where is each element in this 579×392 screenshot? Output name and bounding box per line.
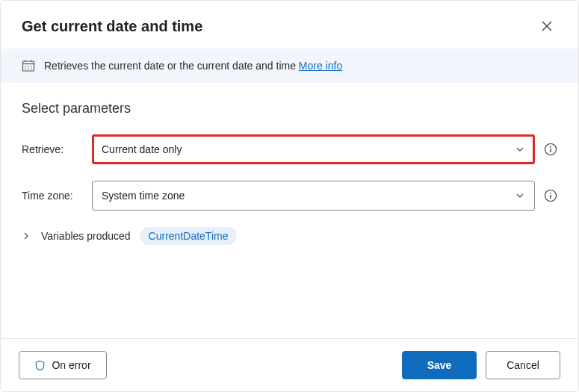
svg-point-8 bbox=[28, 68, 29, 69]
retrieve-value: Current date only bbox=[102, 143, 182, 155]
subtitle-text: Retrieves the current date or the curren… bbox=[44, 60, 342, 72]
svg-point-7 bbox=[25, 68, 26, 69]
retrieve-label: Retrieve: bbox=[22, 143, 83, 155]
cancel-button[interactable]: Cancel bbox=[486, 351, 560, 379]
footer-right: Save Cancel bbox=[402, 351, 560, 379]
info-icon bbox=[544, 143, 557, 156]
timezone-value: System time zone bbox=[102, 190, 185, 202]
dialog-header: Get current date and time bbox=[1, 1, 578, 49]
chevron-right-icon bbox=[22, 231, 31, 240]
section-heading: Select parameters bbox=[22, 101, 557, 116]
content: Select parameters Retrieve: Current date… bbox=[1, 83, 578, 338]
save-label: Save bbox=[427, 359, 452, 371]
subtitle-main: Retrieves the current date or the curren… bbox=[44, 60, 296, 72]
on-error-label: On error bbox=[52, 359, 90, 371]
svg-point-11 bbox=[550, 146, 551, 148]
svg-point-14 bbox=[550, 193, 551, 194]
variable-pill[interactable]: CurrentDateTime bbox=[140, 227, 238, 245]
timezone-label: Time zone: bbox=[22, 190, 83, 202]
timezone-select[interactable]: System time zone bbox=[92, 181, 535, 211]
retrieve-row: Retrieve: Current date only bbox=[22, 134, 557, 164]
cancel-label: Cancel bbox=[507, 359, 539, 371]
more-info-link[interactable]: More info bbox=[299, 60, 342, 72]
variables-label: Variables produced bbox=[41, 230, 131, 242]
calendar-icon bbox=[22, 59, 35, 72]
close-icon bbox=[542, 21, 552, 31]
close-button[interactable] bbox=[536, 16, 557, 37]
variables-row: Variables produced CurrentDateTime bbox=[22, 227, 557, 245]
dialog: Get current date and time Retrieves the … bbox=[0, 0, 579, 392]
chevron-down-icon bbox=[515, 190, 525, 201]
dialog-title: Get current date and time bbox=[22, 18, 202, 35]
timezone-row: Time zone: System time zone bbox=[22, 181, 557, 211]
retrieve-info-button[interactable] bbox=[544, 143, 557, 156]
variables-expand-toggle[interactable] bbox=[22, 231, 32, 240]
retrieve-select[interactable]: Current date only bbox=[92, 134, 535, 164]
svg-point-6 bbox=[31, 66, 32, 67]
timezone-info-button[interactable] bbox=[544, 189, 557, 202]
shield-icon bbox=[34, 360, 46, 371]
on-error-button[interactable]: On error bbox=[19, 351, 107, 379]
svg-point-9 bbox=[31, 68, 32, 69]
svg-point-5 bbox=[28, 66, 29, 67]
svg-point-4 bbox=[25, 66, 26, 67]
subtitle-bar: Retrieves the current date or the curren… bbox=[1, 49, 578, 83]
chevron-down-icon bbox=[515, 144, 525, 155]
info-icon bbox=[544, 189, 557, 202]
save-button[interactable]: Save bbox=[402, 351, 477, 379]
footer: On error Save Cancel bbox=[1, 338, 578, 391]
